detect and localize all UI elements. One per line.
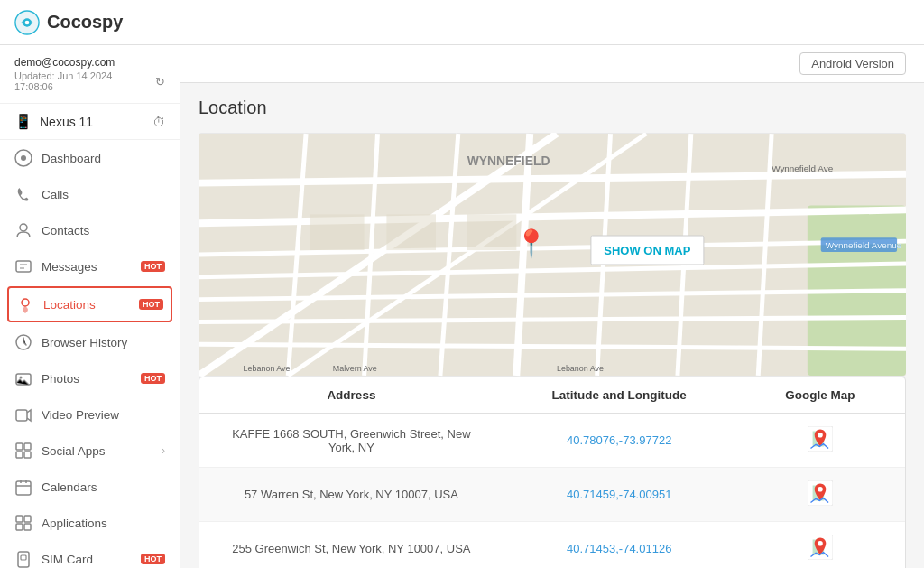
hot-badge-photos: HOT	[141, 373, 165, 384]
cell-address: 255 Greenwich St, New York, NY 10007, US…	[217, 542, 485, 555]
svg-rect-12	[16, 443, 23, 450]
nav-label-calendars: Calendars	[42, 480, 165, 494]
google-maps-icon	[808, 535, 833, 560]
video-preview-icon	[14, 405, 32, 424]
dashboard-icon	[14, 149, 32, 167]
cell-latlng[interactable]: 40.78076,-73.97722	[485, 433, 753, 447]
logo-icon	[14, 10, 40, 35]
applications-icon	[14, 514, 32, 532]
nav-label-applications: Applications	[42, 517, 165, 530]
svg-point-54	[818, 433, 823, 438]
svg-rect-11	[16, 410, 27, 421]
calendars-icon	[14, 478, 32, 496]
user-info: demo@cocospy.com Updated: Jun 14 2024 17…	[0, 45, 180, 104]
col-address: Address	[217, 388, 485, 402]
hot-badge-sim-card: HOT	[141, 554, 165, 564]
nav-label-calls: Calls	[42, 188, 165, 201]
photos-icon	[14, 369, 32, 387]
nav-label-social-apps: Social Apps	[42, 444, 152, 458]
social-apps-icon	[14, 442, 32, 460]
cell-googlemap[interactable]	[753, 426, 887, 454]
cell-latlng[interactable]: 40.71453,-74.01126	[485, 542, 753, 555]
table-rows: KAFFE 1668 SOUTH, Greenwich Street, New …	[199, 414, 905, 568]
svg-rect-15	[24, 452, 31, 458]
svg-point-7	[22, 299, 29, 306]
sidebar: demo@cocospy.com Updated: Jun 14 2024 17…	[0, 45, 180, 568]
svg-point-5	[20, 224, 27, 231]
svg-rect-18	[24, 516, 31, 522]
user-updated: Updated: Jun 14 2024 17:08:06 ↻	[14, 70, 165, 92]
svg-point-56	[818, 487, 823, 492]
svg-text:Wynnefield Avenue: Wynnefield Avenue	[826, 240, 902, 250]
device-menu-icon[interactable]: ⏱	[152, 115, 165, 129]
hot-badge-messages: HOT	[141, 261, 165, 272]
nav-label-dashboard: Dashboard	[42, 152, 165, 165]
android-version-button[interactable]: Android Version	[799, 52, 906, 75]
table-row: 255 Greenwich St, New York, NY 10007, US…	[199, 522, 905, 568]
page-title: Location	[199, 98, 906, 118]
nav-label-messages: Messages	[42, 260, 128, 274]
svg-rect-19	[16, 524, 23, 530]
svg-rect-17	[16, 516, 23, 522]
device-row: 📱 Nexus 11 ⏱	[0, 104, 180, 140]
map-container: Wynnefield Ave Wynnefield Avenue Wynnefi…	[199, 133, 906, 377]
cell-latlng[interactable]: 40.71459,-74.00951	[485, 488, 753, 501]
nav-label-contacts: Contacts	[42, 224, 165, 237]
page-content: Location	[180, 83, 924, 568]
phone-icon: 📱	[14, 113, 32, 130]
cell-address: 57 Warren St, New York, NY 10007, USA	[217, 488, 485, 501]
logo-text: Cocospy	[47, 12, 123, 33]
refresh-icon[interactable]: ↻	[155, 75, 165, 88]
svg-rect-20	[24, 524, 31, 530]
arrow-icon-social-apps: ›	[162, 444, 165, 457]
col-googlemap: Google Map	[753, 388, 887, 402]
svg-rect-6	[16, 261, 31, 272]
svg-point-2	[25, 20, 30, 24]
cell-googlemap[interactable]	[753, 535, 887, 563]
calls-icon	[14, 185, 32, 203]
table-header: Address Latitude and Longitude Google Ma…	[199, 377, 905, 414]
user-email: demo@cocospy.com	[14, 56, 165, 69]
sidebar-item-browser-history[interactable]: Browser History	[0, 324, 180, 360]
messages-icon	[14, 257, 32, 275]
sidebar-item-video-preview[interactable]: Video Preview	[0, 396, 180, 433]
sidebar-item-locations[interactable]: Locations HOT	[7, 286, 172, 322]
table-row: 57 Warren St, New York, NY 10007, USA 40…	[199, 468, 905, 522]
sidebar-item-photos[interactable]: Photos HOT	[0, 360, 180, 396]
content-area: Android Version Location	[180, 45, 924, 568]
svg-text:WYNNEFIELD: WYNNEFIELD	[467, 154, 550, 168]
cell-address: KAFFE 1668 SOUTH, Greenwich Street, New …	[217, 427, 485, 454]
browser-history-icon	[14, 333, 32, 351]
locations-icon	[16, 295, 34, 313]
sidebar-item-messages[interactable]: Messages HOT	[0, 248, 180, 284]
svg-point-10	[20, 377, 23, 379]
map-pin: 📍	[514, 228, 548, 259]
sidebar-item-social-apps[interactable]: Social Apps ›	[0, 433, 180, 469]
nav-label-photos: Photos	[42, 372, 128, 386]
nav-container: Dashboard Calls Contacts Messages HOT Lo…	[0, 140, 180, 568]
table-row: KAFFE 1668 SOUTH, Greenwich Street, New …	[199, 414, 905, 468]
google-maps-icon	[808, 426, 833, 452]
svg-rect-22	[21, 555, 26, 560]
svg-text:Wynnefield Ave: Wynnefield Ave	[772, 163, 834, 173]
top-bar: Android Version	[180, 45, 924, 83]
nav-label-video-preview: Video Preview	[42, 408, 165, 422]
show-on-map-button[interactable]: SHOW ON MAP	[590, 235, 704, 265]
svg-point-58	[818, 541, 823, 546]
sidebar-item-calls[interactable]: Calls	[0, 176, 180, 212]
svg-rect-14	[16, 452, 23, 458]
svg-rect-52	[467, 214, 517, 250]
svg-text:Malvern Ave: Malvern Ave	[333, 364, 377, 373]
sidebar-item-contacts[interactable]: Contacts	[0, 212, 180, 248]
sidebar-item-sim-card[interactable]: SIM Card HOT	[0, 541, 180, 568]
sidebar-item-calendars[interactable]: Calendars	[0, 469, 180, 505]
device-name: 📱 Nexus 11	[14, 113, 93, 130]
col-latlng: Latitude and Longitude	[485, 388, 753, 402]
sidebar-item-applications[interactable]: Applications	[0, 505, 180, 541]
sidebar-item-dashboard[interactable]: Dashboard	[0, 140, 180, 176]
cell-googlemap[interactable]	[753, 480, 887, 508]
svg-rect-51	[386, 214, 436, 250]
svg-rect-16	[16, 481, 31, 495]
svg-point-4	[21, 155, 26, 161]
google-maps-icon	[808, 480, 833, 506]
